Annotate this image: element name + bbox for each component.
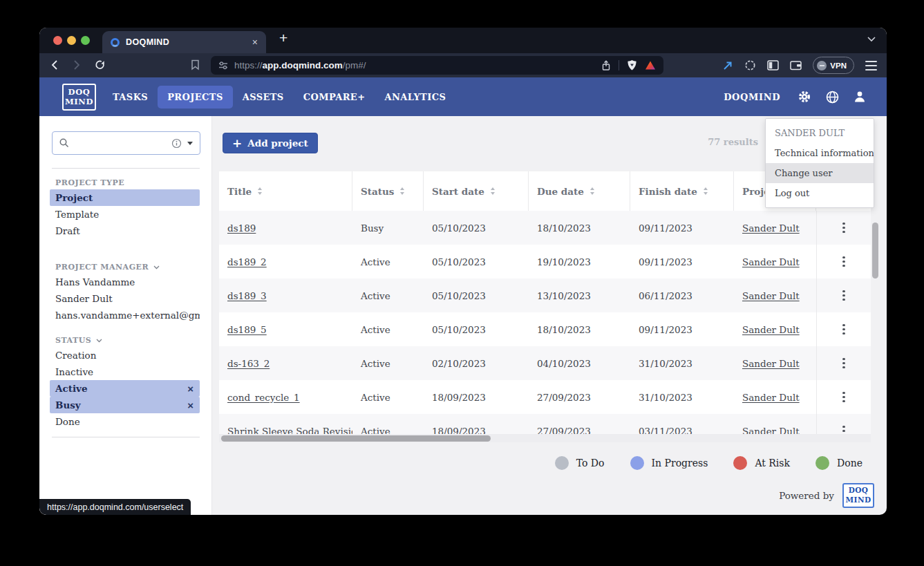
menu-item-technical-information[interactable]: Technical information bbox=[766, 143, 874, 163]
url-bar[interactable]: https://app.doqmind.com/pm#/ bbox=[211, 56, 663, 75]
search-input[interactable] bbox=[75, 138, 166, 149]
manager-link[interactable]: Sander Dult bbox=[742, 256, 800, 267]
column-header-start-date[interactable]: Start date bbox=[424, 171, 529, 211]
window-minimize-button[interactable] bbox=[67, 36, 76, 45]
filter-manager-external-email[interactable]: hans.vandamme+external@gmail.com bbox=[50, 307, 200, 323]
vpn-badge[interactable]: VPN bbox=[813, 57, 854, 74]
project-title-link[interactable]: cond_recycle_1 bbox=[227, 392, 300, 403]
brave-shield-icon[interactable] bbox=[627, 59, 637, 71]
reload-icon[interactable] bbox=[95, 59, 106, 70]
nav-projects[interactable]: PROJECTS bbox=[158, 86, 233, 109]
nav-assets[interactable]: ASSETS bbox=[233, 86, 294, 109]
vertical-scrollbar-thumb[interactable] bbox=[872, 223, 878, 279]
manager-link[interactable]: Sander Dult bbox=[742, 290, 800, 301]
column-header-status[interactable]: Status bbox=[352, 171, 424, 211]
row-menu-icon[interactable] bbox=[838, 220, 849, 236]
doqmind-footer-logo[interactable]: DOQ MIND bbox=[842, 483, 874, 508]
filter-status-busy[interactable]: Busy × bbox=[50, 397, 200, 413]
column-header-due-date[interactable]: Due date bbox=[529, 171, 630, 211]
row-menu-icon[interactable] bbox=[838, 389, 849, 406]
row-menu-icon[interactable] bbox=[838, 355, 849, 372]
filter-status-creation[interactable]: Creation bbox=[50, 347, 200, 364]
forward-icon[interactable] bbox=[73, 59, 81, 70]
due-date-cell: 13/10/2023 bbox=[529, 290, 630, 301]
start-date-cell: 05/10/2023 bbox=[424, 223, 529, 234]
row-menu-icon[interactable] bbox=[838, 254, 849, 270]
todo-dot-icon bbox=[555, 456, 569, 470]
browser-tab-bar: DOQMIND × + bbox=[39, 28, 887, 53]
menu-item-change-user[interactable]: Change user bbox=[766, 163, 874, 183]
filter-project[interactable]: Project bbox=[50, 189, 200, 206]
tab-list-chevron-icon[interactable] bbox=[867, 37, 876, 42]
row-menu-icon[interactable] bbox=[838, 321, 849, 338]
chevron-down-icon bbox=[96, 339, 102, 343]
language-globe-icon[interactable] bbox=[826, 91, 839, 104]
section-title-status[interactable]: STATUS bbox=[55, 336, 102, 345]
sort-icon[interactable] bbox=[491, 187, 495, 195]
site-settings-icon[interactable] bbox=[218, 61, 228, 70]
search-dropdown-caret-icon[interactable] bbox=[187, 142, 193, 145]
nav-compare[interactable]: COMPARE+ bbox=[294, 86, 375, 109]
vpn-label: VPN bbox=[830, 62, 847, 70]
share-icon[interactable] bbox=[601, 60, 611, 71]
status-cell: Active bbox=[352, 358, 424, 369]
nav-tasks[interactable]: TASKS bbox=[103, 86, 158, 109]
project-title-link[interactable]: ds189_2 bbox=[227, 256, 267, 267]
manager-link[interactable]: Sander Dult bbox=[742, 358, 800, 369]
user-profile-icon[interactable] bbox=[854, 91, 866, 103]
filter-template[interactable]: Template bbox=[50, 206, 200, 223]
filter-status-inactive[interactable]: Inactive bbox=[50, 364, 200, 380]
section-title-project-manager[interactable]: PROJECT MANAGER bbox=[55, 263, 160, 272]
filter-draft[interactable]: Draft bbox=[50, 223, 200, 239]
column-header-title[interactable]: Title bbox=[219, 171, 352, 211]
doqmind-logo[interactable]: DOQ MIND bbox=[62, 84, 96, 111]
sort-icon[interactable] bbox=[704, 187, 708, 195]
nav-analytics[interactable]: ANALYTICS bbox=[375, 86, 455, 109]
remove-filter-icon[interactable]: × bbox=[187, 400, 194, 411]
back-icon[interactable] bbox=[50, 59, 59, 70]
filter-status-active[interactable]: Active × bbox=[50, 380, 200, 397]
tab-close-icon[interactable]: × bbox=[252, 37, 258, 47]
bookmark-icon[interactable] bbox=[191, 59, 200, 70]
window-close-button[interactable] bbox=[53, 36, 62, 45]
row-menu-icon[interactable] bbox=[838, 287, 849, 304]
legend-item-todo: To Do bbox=[555, 456, 605, 470]
menu-item-log-out[interactable]: Log out bbox=[766, 183, 874, 203]
new-tab-button[interactable]: + bbox=[279, 30, 287, 46]
projects-table: Title Status Start date Due date bbox=[219, 171, 871, 442]
project-title-link[interactable]: ds-163_2 bbox=[227, 358, 270, 369]
status-cell: Active bbox=[352, 256, 424, 267]
column-header-finish-date[interactable]: Finish date bbox=[630, 171, 734, 211]
add-project-button[interactable]: + Add project bbox=[223, 133, 318, 153]
browser-tab[interactable]: DOQMIND × bbox=[102, 31, 266, 53]
menu-hamburger-icon[interactable] bbox=[865, 61, 877, 70]
wallet-icon[interactable] bbox=[790, 60, 802, 70]
link-preview-tooltip: https://app.doqmind.com/userselect bbox=[39, 499, 191, 515]
project-title-link[interactable]: ds189_3 bbox=[227, 290, 267, 301]
project-title-link[interactable]: ds189_5 bbox=[227, 324, 267, 335]
filter-status-done[interactable]: Done bbox=[50, 413, 200, 430]
settings-gear-icon[interactable] bbox=[798, 90, 811, 104]
window-zoom-button[interactable] bbox=[81, 36, 90, 45]
horizontal-scrollbar-thumb[interactable] bbox=[221, 435, 491, 442]
sort-icon[interactable] bbox=[590, 187, 594, 195]
brave-rewards-icon[interactable] bbox=[645, 60, 656, 70]
horizontal-scrollbar-track[interactable] bbox=[219, 434, 871, 442]
extensions-icon[interactable] bbox=[744, 59, 756, 71]
manager-link[interactable]: Sander Dult bbox=[742, 392, 800, 403]
open-external-arrow-icon[interactable] bbox=[722, 60, 733, 71]
sort-icon[interactable] bbox=[258, 187, 262, 195]
remove-filter-icon[interactable]: × bbox=[187, 384, 194, 394]
filter-manager-sander-dult[interactable]: Sander Dult bbox=[50, 290, 200, 307]
in-progress-dot-icon bbox=[630, 456, 644, 470]
due-date-cell: 27/09/2023 bbox=[529, 392, 630, 403]
vpn-status-icon bbox=[817, 61, 827, 70]
project-title-link[interactable]: ds189 bbox=[227, 223, 256, 234]
sort-icon[interactable] bbox=[400, 187, 404, 195]
sidebar-toggle-icon[interactable] bbox=[767, 60, 779, 70]
manager-link[interactable]: Sander Dult bbox=[742, 223, 800, 234]
sidebar-search-box[interactable] bbox=[52, 131, 200, 155]
info-icon[interactable] bbox=[171, 138, 182, 149]
filter-manager-hans-vandamme[interactable]: Hans Vandamme bbox=[50, 274, 200, 290]
manager-link[interactable]: Sander Dult bbox=[742, 324, 800, 335]
